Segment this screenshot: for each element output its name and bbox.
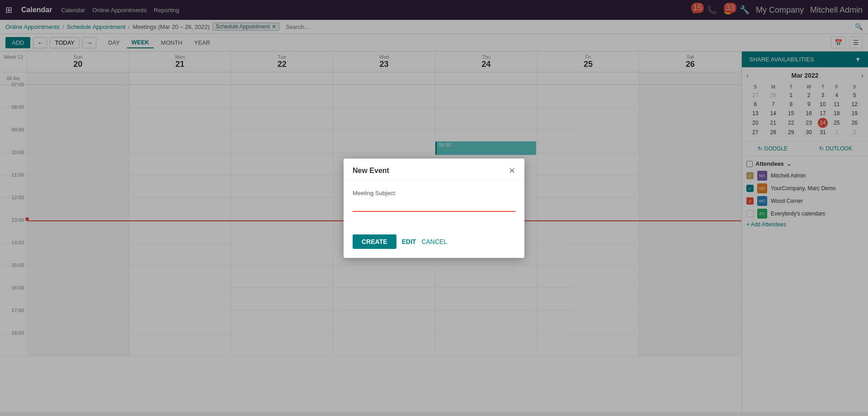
modal-close-button[interactable]: ✕ bbox=[509, 166, 515, 176]
modal-title: New Event bbox=[353, 167, 389, 175]
modal-subject-input[interactable] bbox=[353, 200, 515, 212]
new-event-modal: New Event ✕ Meeting Subject: CREATE EDIT… bbox=[344, 159, 524, 258]
modal-overlay[interactable]: New Event ✕ Meeting Subject: CREATE EDIT… bbox=[0, 0, 868, 412]
modal-subject-label: Meeting Subject: bbox=[353, 190, 515, 196]
modal-header: New Event ✕ bbox=[344, 159, 524, 181]
edit-button[interactable]: EDIT bbox=[402, 238, 416, 245]
cancel-button[interactable]: CANCEL bbox=[421, 238, 447, 245]
modal-actions: CREATE EDIT CANCEL bbox=[344, 230, 524, 258]
create-button[interactable]: CREATE bbox=[353, 234, 396, 249]
modal-body: Meeting Subject: bbox=[344, 181, 524, 230]
